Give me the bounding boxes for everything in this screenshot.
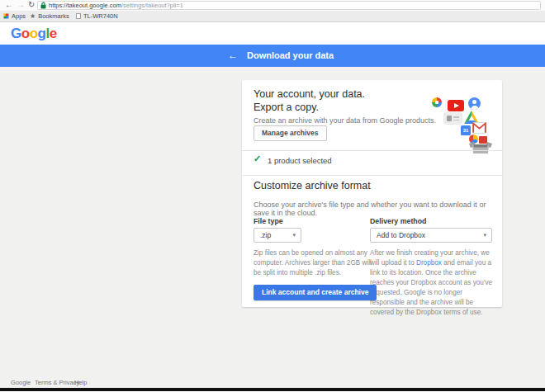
file-type-help-text: Zip files can be opened on almost any co… bbox=[254, 248, 375, 278]
google-logo[interactable]: Google bbox=[11, 26, 57, 42]
check-icon: ✓ bbox=[254, 153, 261, 164]
page-icon bbox=[76, 13, 81, 19]
link-account-create-archive-button[interactable]: Link account and create archive bbox=[254, 285, 377, 300]
manage-archives-button[interactable]: Manage archives bbox=[254, 125, 327, 141]
page-title: Download your data bbox=[247, 45, 334, 67]
delivery-method-help-text: After we finish creating your archive, w… bbox=[370, 248, 494, 318]
url-domain: https://takeout.google.com bbox=[49, 2, 121, 9]
delivery-method-select[interactable]: Add to Dropbox ▾ bbox=[370, 228, 492, 243]
youtube-icon bbox=[448, 100, 464, 111]
profile-icon bbox=[468, 97, 481, 110]
gmail-icon bbox=[472, 122, 486, 134]
customize-title: Customize archive format bbox=[254, 180, 371, 191]
address-bar[interactable]: https://takeout.google.com/settings/take… bbox=[37, 1, 541, 10]
customize-subtitle: Choose your archive's file type and whet… bbox=[254, 201, 493, 217]
contacts-icon bbox=[444, 113, 462, 124]
calendar-icon: 31 bbox=[461, 125, 471, 135]
footer-link-google[interactable]: Google bbox=[11, 377, 31, 389]
footer-link-help[interactable]: Help bbox=[74, 377, 87, 389]
footer-link-terms-privacy[interactable]: Terms & Privacy bbox=[35, 377, 79, 389]
logo-band bbox=[0, 22, 545, 45]
divider bbox=[242, 175, 502, 176]
chevron-down-icon: ▾ bbox=[292, 229, 296, 242]
takeout-card: Your account, your data. Export a copy. … bbox=[242, 80, 502, 307]
apps-grid-icon bbox=[3, 13, 9, 19]
padlock-icon bbox=[40, 2, 46, 9]
bookmark-label: TL-WR740N bbox=[83, 12, 118, 20]
header-back-button[interactable]: ← bbox=[228, 45, 238, 67]
delivery-method-label: Delivery method bbox=[370, 217, 426, 225]
account-card-title: Your account, your data. Export a copy. bbox=[254, 87, 365, 114]
dropbox-link[interactable]: Dropbox bbox=[416, 259, 442, 267]
star-icon: ★ bbox=[30, 13, 36, 20]
google-photos-icon bbox=[432, 97, 442, 107]
url-path: /settings/takeout?pli=1 bbox=[121, 2, 183, 9]
reload-icon[interactable]: ↻ bbox=[28, 0, 35, 11]
bookmarks-menu-button[interactable]: ★ Bookmarks bbox=[30, 11, 69, 21]
archive-box-icon bbox=[469, 140, 492, 153]
products-selected-status: 1 product selected bbox=[268, 156, 332, 165]
forward-icon[interactable]: → bbox=[17, 0, 25, 11]
browser-toolbar: ← → ↻ https://takeout.google.com/setting… bbox=[0, 0, 545, 11]
file-type-select[interactable]: .zip ▾ bbox=[254, 228, 301, 243]
account-card-subtitle: Create an archive with your data from Go… bbox=[254, 116, 436, 125]
bookmarks-apps-button[interactable]: Apps bbox=[3, 11, 26, 21]
divider bbox=[242, 150, 502, 151]
back-icon[interactable]: ← bbox=[5, 0, 13, 11]
bookmark-item-saved-page[interactable]: TL-WR740N bbox=[76, 11, 118, 21]
apps-label: Apps bbox=[12, 12, 26, 20]
chevron-down-icon: ▾ bbox=[483, 229, 486, 242]
product-icons-illustration: 31 bbox=[428, 92, 502, 156]
file-type-label: File type bbox=[254, 217, 283, 225]
bookmarks-label: Bookmarks bbox=[38, 12, 69, 20]
